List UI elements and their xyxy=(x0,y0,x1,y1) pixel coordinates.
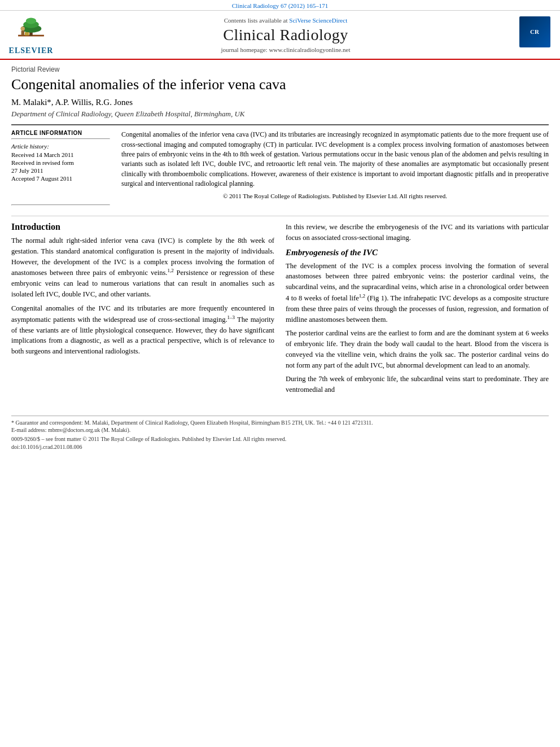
authors-text: M. Malaki*, A.P. Willis, R.G. Jones xyxy=(11,98,133,107)
body-text-columns: Introduction The normal adult right-side… xyxy=(11,222,549,399)
journal-title: Clinical Radiology xyxy=(62,26,509,44)
svg-point-4 xyxy=(26,18,36,24)
accepted-date: Accepted 7 August 2011 xyxy=(11,175,110,182)
article-abstract-column: Congenital anomalies of the inferior ven… xyxy=(121,130,549,209)
embryogenesis-heading: Embryogenesis of the IVC xyxy=(286,248,549,257)
elsevier-wordmark: ELSEVIER xyxy=(9,46,54,55)
elsevier-logo-container: ELSEVIER xyxy=(6,14,56,55)
intro-right-para1: In this review, we describe the embryoge… xyxy=(286,222,549,243)
article-affiliation: Department of Clinical Radiology, Queen … xyxy=(11,110,549,119)
svg-rect-6 xyxy=(21,30,25,35)
info-divider xyxy=(11,138,110,139)
abstract-copyright: © 2011 The Royal College of Radiologists… xyxy=(121,193,549,199)
body-divider xyxy=(11,216,549,216)
elsevier-tree-icon xyxy=(14,14,48,45)
footnote-doi: doi:10.1016/j.crad.2011.08.006 xyxy=(11,443,549,451)
journal-citation: Clinical Radiology 67 (2012) 165–171 xyxy=(232,2,328,9)
footnote-guarantor: * Guarantor and correspondent: M. Malaki… xyxy=(11,420,549,426)
footnote-issn: 0009-9260/$ – see front matter © 2011 Th… xyxy=(11,435,549,443)
received-revised-date: 27 July 2011 xyxy=(11,167,110,174)
article-history-heading: Article history: xyxy=(11,143,110,150)
article-title: Congenital anomalies of the inferior ven… xyxy=(11,76,549,93)
article-authors: M. Malaki*, A.P. Willis, R.G. Jones xyxy=(11,98,549,107)
journal-header: ELSEVIER Contents lists available at Sci… xyxy=(0,11,560,60)
elsevier-logo: ELSEVIER xyxy=(9,14,54,55)
embryogenesis-para3: During the 7th week of embryonic life, t… xyxy=(286,374,549,395)
received-date: Received 14 March 2011 xyxy=(11,151,110,158)
info-divider-bottom xyxy=(11,204,110,206)
received-revised-label: Received in revised form xyxy=(11,159,110,166)
article-info-heading: ARTICLE INFORMATION xyxy=(11,130,110,136)
svg-point-5 xyxy=(21,27,25,30)
article-type: Pictorial Review xyxy=(11,65,549,73)
contents-line: Contents lists available at SciVerse Sci… xyxy=(62,17,509,24)
introduction-para2: Congenital anomalies of the IVC and its … xyxy=(11,303,274,357)
homepage-prefix: journal homepage: xyxy=(221,46,269,53)
cr-badge: CR xyxy=(519,16,550,47)
journal-homepage-line: journal homepage: www.clinicalradiologyo… xyxy=(62,46,509,53)
body-col-right: In this review, we describe the embryoge… xyxy=(286,222,549,399)
page-footer: * Guarantor and correspondent: M. Malaki… xyxy=(11,416,549,451)
main-content: Pictorial Review Congenital anomalies of… xyxy=(0,60,560,457)
embryogenesis-para1: The development of the IVC is a complex … xyxy=(286,261,549,325)
cr-badge-text: CR xyxy=(530,28,539,36)
journal-center-info: Contents lists available at SciVerse Sci… xyxy=(62,14,509,55)
body-col-left: Introduction The normal adult right-side… xyxy=(11,222,274,399)
contents-prefix: Contents lists available at xyxy=(224,17,289,24)
journal-top-bar: Clinical Radiology 67 (2012) 165–171 xyxy=(0,0,560,11)
article-info-column: ARTICLE INFORMATION Article history: Rec… xyxy=(11,130,110,209)
abstract-text: Congenital anomalies of the inferior ven… xyxy=(121,130,549,189)
footnote-email: E-mail address: mbmv@doctors.org.uk (M. … xyxy=(11,427,549,433)
introduction-heading: Introduction xyxy=(11,222,274,232)
introduction-para1: The normal adult right-sided inferior ve… xyxy=(11,235,274,300)
homepage-url: www.clinicalradiologyonline.net xyxy=(269,46,350,53)
cr-badge-container: CR xyxy=(515,14,554,55)
sciverse-link[interactable]: SciVerse ScienceDirect xyxy=(289,17,347,24)
divider-after-affiliation xyxy=(11,124,549,125)
embryogenesis-para2: The posterior cardinal veins are the ear… xyxy=(286,328,549,370)
article-info-abstract: ARTICLE INFORMATION Article history: Rec… xyxy=(11,130,549,209)
